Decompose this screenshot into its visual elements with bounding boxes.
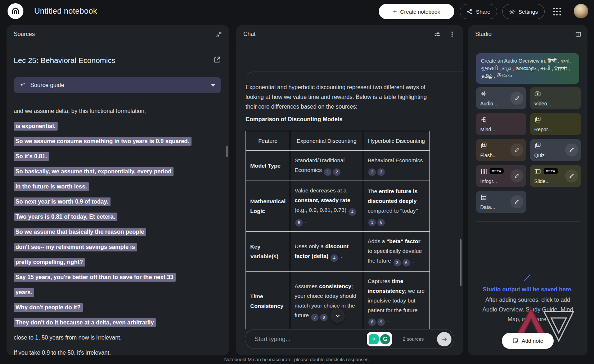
notebook-title[interactable]: Untitled notebook bbox=[34, 6, 97, 16]
plus-icon: + bbox=[393, 8, 397, 15]
top-bar: Untitled notebook + Create notebook Shar… bbox=[0, 0, 594, 23]
send-arrow-icon bbox=[441, 336, 448, 343]
citation-chip[interactable]: 4 bbox=[348, 208, 356, 216]
table-header-cell: Hyperbolic Discounting bbox=[363, 131, 430, 151]
edit-pencil-button[interactable] bbox=[565, 144, 578, 156]
grammarly-widget[interactable]: G bbox=[367, 332, 392, 346]
transcript-line[interactable]: So basically, we assume that, exponentia… bbox=[14, 167, 224, 176]
chat-scrollbar[interactable] bbox=[460, 239, 462, 286]
transcript-text[interactable]: and we assume delta, by this functional … bbox=[14, 107, 224, 355]
studio-tile-mind[interactable]: Mind... bbox=[476, 113, 526, 135]
studio-tile-video[interactable]: Video... bbox=[530, 87, 581, 109]
table-cell: Assumes consistency; your choice today s… bbox=[290, 272, 363, 329]
chat-settings-sliders-icon[interactable] bbox=[433, 30, 441, 38]
transcript-line[interactable]: close to 1, 50 years from now is irrelev… bbox=[14, 333, 224, 342]
data-table-icon bbox=[480, 194, 487, 201]
table-cell: The entire future is discounted deeply c… bbox=[363, 181, 430, 232]
citation-chip[interactable]: 2 bbox=[333, 168, 341, 176]
edit-pencil-button[interactable] bbox=[510, 92, 523, 105]
slides-icon bbox=[534, 168, 541, 175]
studio-tile-flash[interactable]: Flash... bbox=[476, 139, 526, 161]
studio-empty-title: Studio output will be saved here. bbox=[470, 286, 585, 293]
studio-tile-repor[interactable]: Repor... bbox=[530, 113, 581, 135]
edit-pencil-button[interactable] bbox=[510, 144, 523, 156]
studio-tile-audio[interactable]: Audio... bbox=[476, 87, 526, 109]
transcript-line[interactable]: So next year is worth 0.9 of today. bbox=[14, 197, 224, 206]
citation-chip[interactable]: 2 bbox=[368, 168, 376, 176]
chat-scroll-area[interactable]: Exponential and hyperbolic discounting r… bbox=[236, 44, 463, 329]
collapse-panel-icon[interactable] bbox=[215, 30, 223, 38]
add-note-button[interactable]: Add note bbox=[502, 333, 554, 349]
transcript-line[interactable]: is exponential. bbox=[14, 122, 224, 131]
studio-tile-label: Quiz bbox=[534, 153, 545, 158]
edit-pencil-button[interactable] bbox=[510, 169, 523, 182]
transcript-line[interactable]: pretty compelling, right? bbox=[14, 258, 224, 267]
transcript-line[interactable]: So we assume consume something in two ye… bbox=[14, 137, 224, 146]
citation-chip[interactable]: 8 bbox=[320, 314, 328, 321]
sources-scrollbar[interactable] bbox=[226, 146, 228, 157]
chat-input-placeholder[interactable]: Start typing... bbox=[255, 336, 291, 343]
transcript-line[interactable]: in the future is worth less. bbox=[14, 182, 224, 191]
transcript-line[interactable]: years. bbox=[14, 288, 224, 297]
feature-cell: Key Variable(s) bbox=[246, 232, 290, 272]
chevron-down-icon bbox=[211, 84, 215, 87]
create-notebook-button[interactable]: + Create notebook bbox=[379, 4, 454, 19]
user-avatar[interactable] bbox=[574, 4, 588, 18]
sources-header-title: Sources bbox=[14, 31, 35, 37]
citation-chip[interactable]: 7 bbox=[311, 314, 319, 321]
audio-overview-language-banner[interactable]: Create an Audio Overview in: हिन्दी , বা… bbox=[476, 53, 579, 84]
create-notebook-label: Create notebook bbox=[400, 9, 440, 15]
studio-tile-infogr[interactable]: BETAInfogr... bbox=[476, 165, 526, 187]
toggle-panel-icon[interactable] bbox=[574, 30, 582, 38]
sources-count-label: 2 sources bbox=[402, 336, 424, 342]
studio-tiles-grid: Audio...Video...Mind...Repor...Flash...Q… bbox=[476, 87, 581, 213]
studio-tile-data[interactable]: Data... bbox=[476, 191, 526, 213]
share-icon bbox=[467, 9, 473, 15]
citation-chip[interactable]: 4 bbox=[330, 254, 338, 262]
transcript-line[interactable]: If you take 0.9 to the 50, it's irreleva… bbox=[14, 349, 224, 355]
transcript-line[interactable]: don't see-- my retirement savings sample… bbox=[14, 243, 224, 251]
banner-prefix: Create an Audio Overview in: bbox=[481, 58, 546, 64]
studio-tile-label: Data... bbox=[480, 204, 495, 210]
feature-cell: Time Consistency bbox=[246, 272, 290, 329]
transcript-line[interactable]: They don't do it because at a delta, eve… bbox=[14, 318, 224, 327]
google-apps-grid-icon[interactable] bbox=[553, 8, 561, 16]
citation-chip[interactable]: 6 bbox=[402, 259, 410, 267]
quiz-icon bbox=[534, 142, 541, 149]
transcript-line[interactable]: So it's 0.81. bbox=[14, 152, 224, 161]
edit-pencil-button[interactable] bbox=[510, 195, 523, 208]
infographic-icon bbox=[480, 168, 487, 175]
table-cell: Value decreases at a constant, steady ra… bbox=[290, 181, 363, 232]
citation-chip[interactable]: 3 bbox=[368, 219, 376, 226]
grammarly-suggestion-icon bbox=[369, 334, 379, 344]
citation-chip[interactable]: 9 bbox=[377, 318, 385, 326]
transcript-line[interactable]: Why don't people do it? bbox=[14, 303, 224, 312]
transcript-line[interactable]: Say 15 years, you're better off than to … bbox=[14, 273, 224, 282]
citation-chip[interactable]: 5 bbox=[295, 219, 303, 227]
notebooklm-logo[interactable] bbox=[8, 3, 23, 19]
open-in-new-icon[interactable] bbox=[213, 56, 222, 65]
edit-pencil-button[interactable] bbox=[565, 169, 578, 182]
chat-input-bar[interactable]: Start typing... G 2 sources bbox=[245, 329, 454, 349]
settings-button[interactable]: Settings bbox=[502, 4, 545, 19]
transcript-line[interactable]: So we assume that basically the reason p… bbox=[14, 228, 224, 236]
citation-chip[interactable]: 1 bbox=[324, 168, 332, 176]
share-label: Share bbox=[476, 9, 490, 15]
source-guide-label: Source guide bbox=[30, 82, 207, 88]
citation-chip[interactable]: 8 bbox=[368, 318, 376, 326]
citation-chip[interactable]: 3 bbox=[377, 168, 385, 176]
studio-header-title: Studio bbox=[475, 31, 491, 37]
studio-tile-slide[interactable]: BETASlide... bbox=[530, 165, 581, 187]
share-button[interactable]: Share bbox=[460, 4, 497, 19]
citation-chip[interactable]: 6 bbox=[377, 219, 385, 226]
send-button[interactable] bbox=[437, 332, 451, 346]
scroll-to-bottom-button[interactable] bbox=[331, 309, 345, 323]
studio-tile-quiz[interactable]: Quiz bbox=[530, 139, 581, 161]
chat-panel: Chat Exponential and hyperbolic discount… bbox=[236, 25, 463, 355]
citation-chip[interactable]: 3 bbox=[393, 259, 401, 267]
chat-more-menu-icon[interactable] bbox=[448, 30, 456, 38]
transcript-line[interactable]: and we assume delta, by this functional … bbox=[14, 107, 224, 115]
source-guide-button[interactable]: Source guide bbox=[14, 77, 221, 93]
studio-divider bbox=[476, 221, 580, 222]
transcript-line[interactable]: Two years is 0.81 of today, Et cetera. bbox=[14, 213, 224, 221]
